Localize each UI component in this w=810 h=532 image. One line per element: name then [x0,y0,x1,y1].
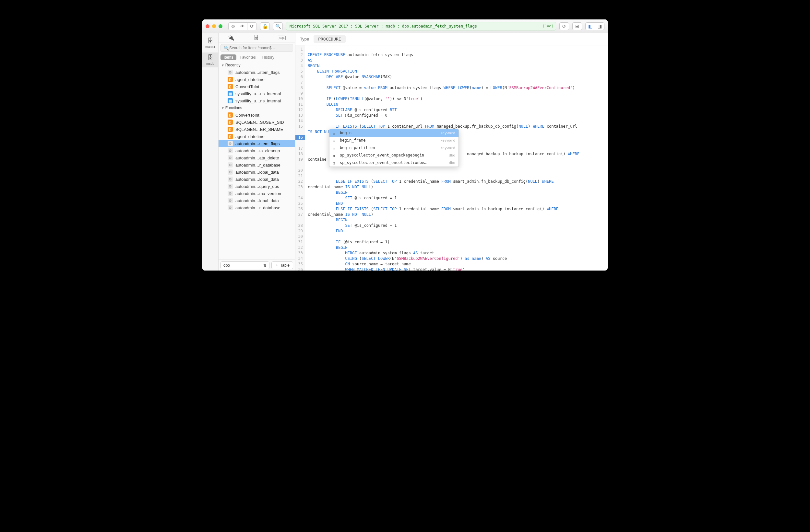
tree-item[interactable]: ⚙autoadmin…r_database [218,161,295,168]
keyword-icon: ⚙ [333,153,337,158]
tab-favorites[interactable]: Favorites [237,54,259,60]
tree-section-header[interactable]: Functions [218,104,295,112]
autocomplete-item[interactable]: ▭begin_partitionkeyword [329,144,458,152]
autocomplete-kind: keyword [440,130,455,136]
tree-item[interactable]: ⚙autoadmin…ata_delete [218,154,295,161]
fn-icon: () [228,77,233,82]
search-icon: 🔍 [224,46,229,51]
tree-item-label: agent_datetime [236,134,264,139]
fn-icon: () [228,127,233,132]
proc-icon: ⚙ [228,184,233,189]
tree-item[interactable]: ⚙autoadmin…stem_flags [218,69,295,76]
proc-icon: ⚙ [228,148,233,153]
sql-icon[interactable]: SQL [278,36,286,40]
tree-item-label: autoadmin…r_database [236,163,280,167]
zoom-window[interactable] [218,24,223,28]
tree-item-label: agent_datetime [236,77,264,82]
search-input[interactable] [221,44,293,52]
line-gutter: 1234567891011121314151617181920212223242… [295,45,305,270]
tree-item[interactable]: ⚙autoadmin…lobal_data [218,197,295,204]
autocomplete-kind: dbo [449,160,455,166]
tree-item[interactable]: ▦sysutility_u…ns_internal [218,97,295,104]
rail-master[interactable]: 🗄 master [202,36,218,51]
view-icon: ▦ [228,91,233,96]
tree-item[interactable]: ▦sysutility_u…ns_internal [218,90,295,97]
breadcrumb-text: Microsoft SQL Server 2017 : SQL Server :… [290,24,477,29]
keyword-icon: ▭ [333,138,337,143]
tree-item[interactable]: ()ConvertToInt [218,83,295,90]
panel-left-button[interactable]: ◧ [585,22,595,30]
refresh-button[interactable]: ⟳ [247,22,257,30]
schema-dropdown[interactable]: dbo ⇅ [221,262,270,269]
tree-item[interactable]: ()ConvertToInt [218,112,295,119]
tree-item-label: sysutility_u…ns_internal [236,99,281,103]
minimize-window[interactable] [212,24,216,28]
search-button[interactable]: 🔍 [273,22,283,30]
view-icon: ▦ [228,98,233,103]
tree-item[interactable]: ()agent_datetime [218,76,295,83]
autocomplete-popup[interactable]: ▭beginkeyword▭begin_framekeyword▭begin_p… [329,129,459,167]
code-content[interactable]: CREATE PROCEDURE autoadmin_fetch_system_… [305,45,608,270]
tree-item[interactable]: ()SQLAGEN…ER_SNAME [218,126,295,133]
code-editor[interactable]: 1234567891011121314151617181920212223242… [295,45,608,270]
chevron-updown-icon: ⇅ [263,263,266,268]
fn-icon: () [228,119,233,125]
tree-item-label: autoadmin…stem_flags [236,141,280,146]
tree-section-header[interactable]: Recently [218,62,295,69]
autocomplete-item[interactable]: ▭begin_framekeyword [329,137,458,144]
tree-item[interactable]: ⚙autoadmin…stem_flags [218,140,295,147]
grid-button[interactable]: ⊞ [572,22,582,30]
tree-item[interactable]: ⚙autoadmin…r_database [218,204,295,211]
autocomplete-label: begin [340,130,438,136]
autocomplete-label: begin_partition [340,145,438,151]
proc-icon: ⚙ [228,169,233,174]
tree-item-label: autoadmin…r_database [236,205,280,210]
tree-item[interactable]: ⚙autoadmin…query_dbs [218,183,295,190]
tree-item-label: autoadmin…lobal_data [236,170,279,174]
breadcrumb[interactable]: Microsoft SQL Server 2017 : SQL Server :… [286,22,556,31]
reload-button[interactable]: ⟳ [560,22,569,30]
tree-item-label: autoadmin…ma_version [236,191,281,196]
db-icon[interactable]: 🗄 [254,35,259,41]
database-icon: 🗄 [202,54,218,61]
close-window[interactable] [206,24,209,28]
tree-item[interactable]: ⚙autoadmin…lobal_data [218,168,295,176]
tree-item[interactable]: ⚙autoadmin…lobal_data [218,176,295,183]
autocomplete-item[interactable]: ▭beginkeyword [329,129,458,137]
type-value: PROCEDURE [313,35,345,43]
tab-history[interactable]: History [259,54,278,60]
tree-item-label: ConvertToInt [236,113,259,118]
fn-icon: () [228,134,233,139]
tree-item[interactable]: ()SQLAGEN…SUSER_SID [218,119,295,126]
db-rail: 🗄 master 🗄 msdb [202,33,218,270]
keyword-icon: ⚙ [333,161,337,165]
rail-msdb[interactable]: 🗄 msdb [202,52,218,67]
tab-items[interactable]: Items [221,54,237,60]
tree-item-label: SQLAGEN…SUSER_SID [236,120,284,125]
tree-item-label: autoadmin…stem_flags [236,70,280,75]
tree-item-label: SQLAGEN…ER_SNAME [236,127,283,132]
tree-item[interactable]: ⚙autoadmin…ma_version [218,190,295,197]
tree-item[interactable]: ()agent_datetime [218,133,295,140]
autocomplete-item[interactable]: ⚙sp_syscollector_event_onpackagebegindbo [329,152,458,159]
show-button[interactable]: 👁 [238,22,247,30]
tree-item[interactable]: ⚙autoadmin…ta_cleanup [218,147,295,154]
autocomplete-item[interactable]: ⚙sp_syscollector_event_oncollectionbe…db… [329,159,458,167]
proc-icon: ⚙ [228,141,233,146]
autocomplete-kind: keyword [440,145,455,151]
add-table-button[interactable]: ＋ Table [271,262,293,269]
lock-button[interactable]: 🔒 [260,22,270,30]
app-window: ⊘ 👁 ⟳ 🔒 🔍 Microsoft SQL Server 2017 : SQ… [202,19,608,270]
tree-item-label: autoadmin…query_dbs [236,184,279,189]
proc-icon: ⚙ [228,177,233,182]
proc-icon: ⚙ [228,191,233,196]
stop-button[interactable]: ⊘ [228,22,238,30]
plug-icon[interactable]: 🔌 [228,35,234,41]
keyword-icon: ▭ [333,131,337,135]
tree-item-label: autoadmin…lobal_data [236,177,279,182]
titlebar: ⊘ 👁 ⟳ 🔒 🔍 Microsoft SQL Server 2017 : SQ… [202,19,608,33]
item-tree[interactable]: Recently⚙autoadmin…stem_flags()agent_dat… [218,62,295,260]
panel-right-button[interactable]: ◨ [595,22,604,30]
autocomplete-kind: dbo [449,153,455,158]
autocomplete-label: sp_syscollector_event_onpackagebegin [340,153,446,158]
